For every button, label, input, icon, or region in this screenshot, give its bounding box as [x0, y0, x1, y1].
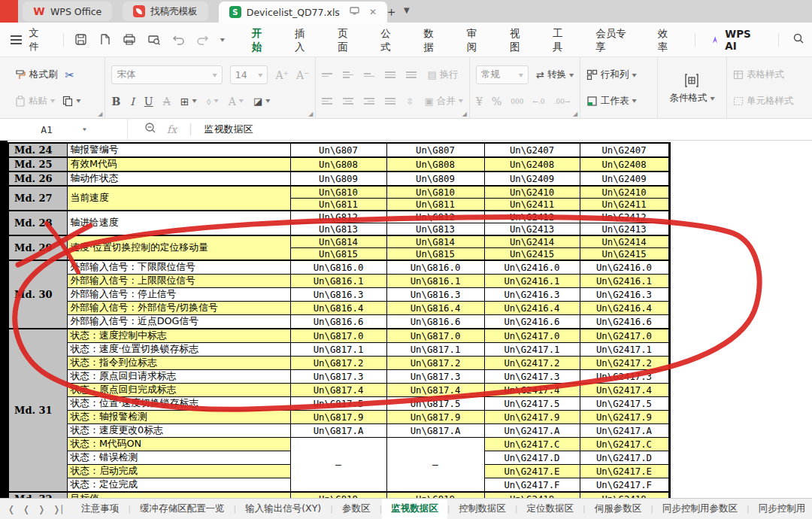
sheet-tab-参数区[interactable]: 参数区 [333, 499, 380, 519]
value-cell[interactable]: Un\G816.0 [386, 260, 484, 275]
value-cell[interactable]: Un\G816.6 [290, 315, 386, 329]
value-cell[interactable]: Un\G817.0 [386, 329, 484, 343]
value-cell[interactable]: Un\G2417.5 [580, 397, 669, 411]
value-cell[interactable]: Un\G2416.3 [484, 288, 580, 302]
value-cell[interactable]: Un\G2408 [580, 157, 669, 171]
value-cell[interactable]: Un\G816.4 [290, 302, 386, 315]
value-cell[interactable]: Un\G811 [386, 199, 484, 211]
decrease-font-button[interactable]: A⁻ [296, 69, 310, 81]
first-sheet-icon[interactable]: ❬ [8, 504, 15, 514]
value-cell[interactable]: Un\G2409 [580, 171, 669, 186]
sheet-tab-缓冲存储区配置一览[interactable]: 缓冲存储区配置一览 [131, 499, 234, 519]
thousands-button[interactable]: 000 [511, 98, 523, 105]
number-dialog-launcher[interactable]: ◢ [573, 111, 577, 117]
value-cell[interactable]: Un\G817.2 [290, 357, 386, 370]
eraser-button[interactable]: ◪▼ [253, 96, 270, 107]
value-cell[interactable]: Un\G2415 [484, 248, 580, 261]
value-cell[interactable]: Un\G817.4 [290, 384, 386, 397]
value-cell[interactable]: Un\G2411 [580, 199, 669, 211]
save-icon[interactable] [74, 33, 87, 46]
value-cell[interactable]: Un\G2417.9 [580, 411, 669, 424]
sheet-tab-定位数据区[interactable]: 定位数据区 [518, 499, 583, 519]
value-cell[interactable]: Un\G2417.C [580, 438, 669, 451]
description-cell[interactable]: 有效M代码 [67, 157, 290, 171]
value-cell[interactable]: Un\G816.3 [386, 288, 484, 302]
copy-button[interactable]: ▼ [62, 96, 80, 107]
value-cell[interactable]: Un\G2417.2 [484, 357, 580, 370]
underline-button[interactable]: U [144, 96, 153, 108]
description-cell[interactable]: 外部输入信号：近点DOG信号 [67, 315, 290, 329]
percent-button[interactable]: % [492, 96, 501, 108]
font-size-select[interactable]: 14▼ [230, 65, 268, 84]
menu-tab-审阅[interactable]: 审阅 [455, 18, 498, 62]
description-cell[interactable]: 外部输入信号：外部信号/切换信号 [67, 302, 290, 315]
chevron-down-icon[interactable]: ▼ [220, 37, 225, 42]
value-cell[interactable]: Un\G2414 [484, 235, 580, 248]
row-label-cell[interactable]: Md. 25 [8, 157, 67, 171]
name-box-chevron-icon[interactable]: ▼ [83, 126, 86, 132]
worksheet-button[interactable]: 工作表▼ [586, 95, 637, 108]
value-cell[interactable]: Un\G814 [290, 235, 386, 248]
value-cell[interactable]: Un\G817.0 [290, 329, 386, 343]
increase-indent-icon[interactable] [406, 71, 417, 78]
bold-button[interactable]: B [111, 96, 120, 108]
value-cell[interactable]: Un\G817.2 [386, 357, 484, 370]
browser-tab-docer[interactable]: 找稿壳模板 [123, 2, 208, 21]
value-cell[interactable]: Un\G2417.D [580, 451, 669, 465]
paste-button[interactable]: 粘贴▼ [15, 95, 55, 108]
value-cell[interactable]: Un\G816.6 [386, 315, 484, 329]
description-cell[interactable]: 状态：轴报警检测 [67, 411, 290, 424]
align-top-icon[interactable] [322, 73, 332, 77]
value-cell[interactable]: Un\G2417.A [484, 424, 580, 438]
value-cell[interactable]: Un\G817.4 [386, 384, 484, 397]
value-cell[interactable]: Un\G816.1 [386, 275, 484, 288]
conditional-format-button[interactable]: 条件格式▼ [664, 72, 720, 105]
value-cell[interactable]: Un\G2417.F [580, 478, 669, 493]
value-cell[interactable]: Un\G2416.4 [484, 302, 580, 315]
value-cell[interactable]: Un\G2412 [484, 211, 580, 223]
last-sheet-icon[interactable]: ❭| [53, 504, 63, 514]
value-cell[interactable]: Un\G2417.D [484, 451, 580, 465]
value-cell[interactable]: Un\G817.1 [386, 343, 484, 357]
value-cell[interactable]: Un\G2417.5 [484, 397, 580, 411]
zoom-out-icon[interactable] [144, 122, 156, 137]
align-center-icon[interactable] [343, 98, 353, 105]
sheet-tab-控制数据区[interactable]: 控制数据区 [450, 499, 515, 519]
sheet-tab-输入输出信号(XY)[interactable]: 输入输出信号(XY) [236, 499, 330, 519]
value-cell[interactable]: Un\G2416.6 [580, 315, 669, 329]
value-cell[interactable]: Un\G807 [386, 143, 484, 157]
value-cell[interactable]: Un\G813 [290, 223, 386, 236]
value-cell[interactable]: Un\G818 [290, 492, 386, 498]
description-cell[interactable]: 外部输入信号：上限限位信号 [67, 275, 290, 288]
rows-columns-button[interactable]: 行和列▼ [586, 68, 637, 81]
value-cell[interactable]: Un\G2416.0 [580, 260, 669, 275]
value-cell[interactable]: Un\G2407 [484, 143, 580, 157]
wrap-text-button[interactable]: ▤换行 [427, 68, 458, 81]
merged-dash-cell[interactable]: – [290, 438, 386, 493]
decrease-decimal-button[interactable]: ←.0 [532, 98, 544, 105]
browser-tab-wps-office[interactable]: W WPS Office [23, 2, 112, 21]
value-cell[interactable]: Un\G817.5 [290, 397, 386, 411]
description-cell[interactable]: 速度·位置切换控制的定位移动量 [67, 235, 290, 260]
value-cell[interactable]: Un\G2408 [484, 157, 580, 171]
value-cell[interactable]: Un\G817.A [386, 424, 484, 438]
undo-icon[interactable] [172, 34, 185, 45]
value-cell[interactable]: Un\G818 [386, 492, 484, 498]
value-cell[interactable]: Un\G2417.E [484, 465, 580, 478]
sheet-tab-注意事项[interactable]: 注意事项 [72, 499, 128, 519]
value-cell[interactable]: Un\G2407 [580, 143, 669, 157]
search-icon[interactable] [785, 32, 812, 47]
row-label-cell[interactable]: Md. 30 [8, 260, 67, 329]
value-cell[interactable]: Un\G2412 [580, 211, 669, 223]
description-cell[interactable]: 状态：位置·速度切换锁存标志 [67, 397, 290, 411]
value-cell[interactable]: Un\G817.A [290, 424, 386, 438]
description-cell[interactable]: 状态：定位完成 [67, 478, 290, 493]
description-cell[interactable]: 外部输入信号：停止信号 [67, 288, 290, 302]
export-pdf-icon[interactable] [98, 33, 111, 46]
value-cell[interactable]: Un\G809 [290, 171, 386, 186]
value-cell[interactable]: Un\G2417.4 [484, 384, 580, 397]
align-bottom-icon[interactable] [364, 73, 374, 77]
value-cell[interactable]: Un\G816.0 [290, 260, 386, 275]
value-cell[interactable]: Un\G2417.A [580, 424, 669, 438]
menu-tab-公式[interactable]: 公式 [368, 18, 411, 62]
